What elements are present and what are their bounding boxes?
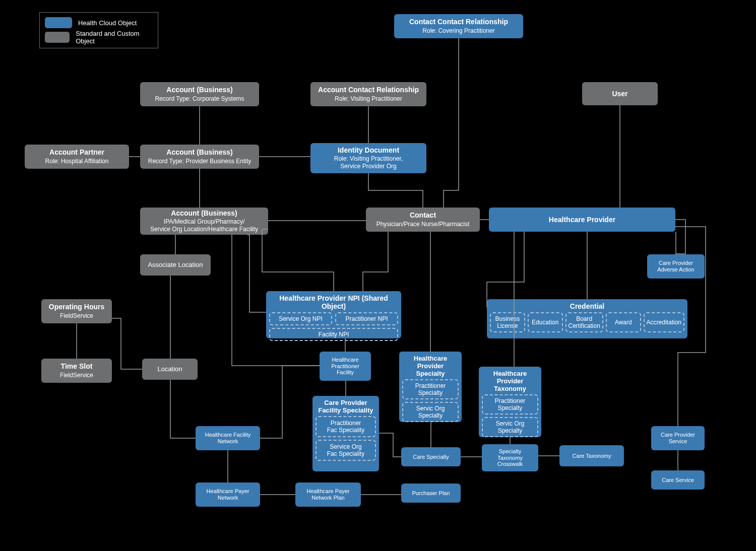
box-contact: Contact Physician/Prace Nurse/Pharmacist — [366, 208, 480, 232]
box-account-corporate: Account (Business) Record Type: Corporat… — [140, 82, 259, 106]
sub-board-cert: Board Certification — [565, 312, 603, 332]
box-care-provider-adverse-action: Care Provider Adverse Action — [647, 254, 705, 279]
legend-row-standard: Standard and Custom Object — [45, 30, 153, 45]
box-care-taxonomy: Care Taxonomy — [559, 445, 624, 466]
box-care-service: Care Service — [651, 470, 705, 490]
box-user: User — [582, 82, 658, 105]
box-care-provider-service: Care Provider Service — [651, 426, 705, 450]
box-healthcare-provider: Healthcare Provider — [489, 208, 675, 232]
box-location: Location — [142, 359, 198, 380]
legend-row-cloud: Health Cloud Object — [45, 17, 153, 28]
sub-serviceorg-fac-spec: Service Org Fac Speciality — [316, 440, 376, 461]
container-npi: Healthcare Provider NPI (Shared Object) … — [266, 291, 401, 338]
container-care-provider-fac-speciality: Care Provider Facility Speciality Practi… — [312, 396, 379, 471]
box-care-specialty: Care Specialty — [401, 447, 461, 466]
box-healthcare-payer-network-plan: Healthcare Payer Network Plan — [295, 483, 361, 507]
box-healthcare-payer-network: Healthcare Payer Network — [196, 483, 260, 507]
box-account-ipa: Account (Business) IPA/Medical Group/Pha… — [140, 208, 268, 235]
sub-accreditation: Accreditation — [644, 312, 684, 332]
box-account-contact-rel: Account Contact Relationship Role: Visit… — [310, 82, 426, 106]
box-account-partner: Account Partner Role: Hospital Affiliati… — [25, 145, 129, 169]
legend-label-cloud: Health Cloud Object — [78, 19, 137, 27]
box-contact-contact-rel: Contact Contact Relationship Role: Cover… — [394, 14, 523, 38]
sub-facility-npi: Facility NPI — [269, 328, 398, 341]
legend-label-standard: Standard and Custom Object — [76, 30, 153, 45]
sub-serviceorg-specialty: Servic Org Specialty — [402, 402, 459, 422]
sub-award: Award — [606, 312, 641, 332]
box-time-slot: Time Slot FieldService — [41, 359, 112, 383]
box-purchaser-plan: Purchaser Plan — [401, 484, 461, 503]
legend: Health Cloud Object Standard and Custom … — [39, 12, 158, 48]
container-hc-provider-taxonomy: Healthcare Provider Taxonomy Practitione… — [479, 367, 541, 437]
legend-swatch-cloud — [45, 17, 72, 28]
box-healthcare-facility-network: Healthcare Facility Network — [196, 426, 260, 450]
sub-education: Education — [528, 312, 563, 332]
sub-practitioner-npi: Practitioner NPI — [335, 312, 398, 325]
sub-prac-specialty-tax: Practitioner Specialty — [482, 394, 538, 415]
container-credential: Credential Business License Education Bo… — [487, 299, 687, 338]
box-identity-document: Identity Document Role: Visiting Practit… — [310, 143, 426, 173]
box-specialty-taxonomy-crosswalk: Specialty Taxonomy Crosswalk — [482, 444, 538, 471]
sub-service-org-npi: Service Org NPI — [269, 312, 332, 325]
box-operating-hours: Operating Hours FieldService — [41, 299, 112, 323]
container-hc-provider-specialty: Healthcare Provider Specialty Practition… — [399, 352, 462, 422]
sub-prac-specialty: Practitioner Specialty — [402, 379, 459, 399]
sub-serviceorg-specialty-tax: Servic Org Specialty — [482, 417, 538, 437]
sub-prac-fac-spec: Practitioner Fac Speciality — [316, 416, 376, 437]
box-healthcare-practitioner-facility: Healthcare Practitioner Facility — [320, 352, 371, 381]
box-associate-location: Associate Location — [140, 254, 211, 276]
box-account-provider-entity: Account (Business) Record Type: Provider… — [140, 145, 259, 169]
sub-business-license: Business License — [490, 312, 525, 332]
legend-swatch-standard — [45, 32, 70, 43]
